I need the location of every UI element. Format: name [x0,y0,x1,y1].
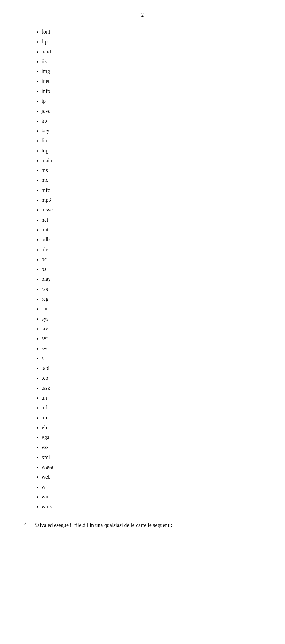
list-item: nut [42,225,261,235]
list-item: info [42,86,261,96]
list-item: util [42,413,261,423]
list-item: svr [42,334,261,343]
section-number: 2. [24,521,31,527]
list-item: pc [42,255,261,264]
list-item: vss [42,442,261,452]
list-item: hard [42,47,261,57]
list-item: wms [42,502,261,512]
list-item: vb [42,423,261,433]
list-item: key [42,126,261,136]
list-item: net [42,215,261,225]
list-item: wave [42,462,261,472]
page-number: 2 [24,12,261,18]
list-item: ms [42,165,261,175]
list-item: kb [42,116,261,126]
list-item: ip [42,96,261,106]
list-item: tapi [42,363,261,373]
list-item: inet [42,76,261,86]
list-item: url [42,403,261,413]
section-text: Salva ed esegue il file.dll in una quals… [34,521,172,530]
list-item: mc [42,175,261,185]
list-item: ftp [42,37,261,47]
list-item: svc [42,344,261,353]
list-item: ras [42,284,261,294]
list-item: sys [42,314,261,324]
bullet-list: fontftphardiisimginetinfoipjavakbkeylibl… [24,27,261,512]
list-item: font [42,27,261,37]
list-item: srv [42,324,261,334]
list-item: lib [42,136,261,146]
list-item: xml [42,452,261,462]
list-item: mfc [42,185,261,195]
list-item: odbc [42,235,261,244]
list-item: web [42,472,261,482]
list-item: tcp [42,373,261,383]
list-item: reg [42,294,261,304]
list-item: main [42,156,261,165]
list-item: ps [42,264,261,274]
list-item: iis [42,57,261,67]
list-item: log [42,146,261,156]
list-item: s [42,353,261,363]
numbered-section-2: 2. Salva ed esegue il file.dll in una qu… [24,521,261,530]
list-item: ole [42,245,261,255]
list-item: w [42,482,261,492]
list-item: play [42,274,261,284]
list-item: mp3 [42,195,261,205]
list-item: win [42,492,261,502]
list-item: task [42,383,261,393]
list-item: un [42,393,261,403]
list-item: msvc [42,205,261,215]
list-item: run [42,304,261,314]
list-item: img [42,67,261,76]
list-item: java [42,106,261,116]
list-item: vga [42,433,261,442]
